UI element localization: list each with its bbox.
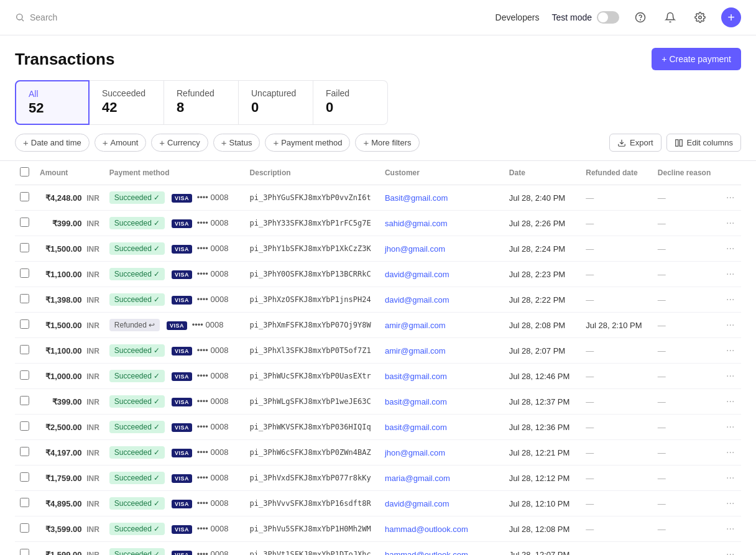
filter-chip-currency[interactable]: + Currency xyxy=(151,134,208,152)
row-customer[interactable]: basit@gmail.com xyxy=(380,364,504,389)
table-row[interactable]: ₹1,100.00 INR Succeeded ✓ VISA •••• 0008… xyxy=(15,262,741,287)
export-button[interactable]: Export xyxy=(609,134,662,152)
row-decline-reason: — xyxy=(653,466,721,491)
table-row[interactable]: ₹1,398.00 INR Succeeded ✓ VISA •••• 0008… xyxy=(15,287,741,313)
table-row[interactable]: ₹4,197.00 INR Succeeded ✓ VISA •••• 0008… xyxy=(15,440,741,466)
table-row[interactable]: ₹399.00 INR Succeeded ✓ VISA •••• 0008 p… xyxy=(15,389,741,415)
select-all-checkbox[interactable] xyxy=(20,167,29,177)
row-date: Jul 28, 2:07 PM xyxy=(504,338,581,364)
row-more-button[interactable]: ··· xyxy=(721,185,741,211)
table-row[interactable]: ₹4,248.00 INR Succeeded ✓ VISA •••• 0008… xyxy=(15,185,741,211)
row-checkbox[interactable] xyxy=(20,549,29,555)
row-more-button[interactable]: ··· xyxy=(721,262,741,287)
row-customer[interactable]: david@gmail.com xyxy=(380,491,504,516)
row-checkbox[interactable] xyxy=(20,370,29,380)
row-more-button[interactable]: ··· xyxy=(721,542,741,556)
filter-chip-status[interactable]: + Status xyxy=(213,134,260,152)
filter-tab-all[interactable]: All52 xyxy=(15,80,90,125)
row-checkbox[interactable] xyxy=(20,421,29,431)
row-more-button[interactable]: ··· xyxy=(721,415,741,440)
row-customer[interactable]: maria@gmail.com xyxy=(380,466,504,491)
add-btn[interactable]: + xyxy=(721,7,741,27)
test-mode-toggle[interactable] xyxy=(597,11,619,24)
row-checkbox[interactable] xyxy=(20,498,29,507)
filter-chip-date-and-time[interactable]: + Date and time xyxy=(15,134,90,152)
plus-icon: + xyxy=(727,11,735,25)
row-date: Jul 28, 12:37 PM xyxy=(504,389,581,415)
row-refunded-date: — xyxy=(581,262,653,287)
developers-link[interactable]: Developers xyxy=(496,12,540,22)
filter-tab-refunded[interactable]: Refunded8 xyxy=(164,80,239,125)
row-more-button[interactable]: ··· xyxy=(721,491,741,516)
svg-point-0 xyxy=(17,14,22,20)
row-customer[interactable]: basit@gmail.com xyxy=(380,415,504,440)
row-more-button[interactable]: ··· xyxy=(721,287,741,313)
row-checkbox[interactable] xyxy=(20,447,29,456)
row-checkbox[interactable] xyxy=(20,218,29,227)
row-checkbox[interactable] xyxy=(20,243,29,252)
row-more-button[interactable]: ··· xyxy=(721,516,741,542)
row-customer[interactable]: amir@gmail.com xyxy=(380,313,504,338)
row-checkbox[interactable] xyxy=(20,523,29,533)
table-row[interactable]: ₹1,599.00 INR Succeeded ✓ VISA •••• 0008… xyxy=(15,542,741,556)
row-more-button[interactable]: ··· xyxy=(721,338,741,364)
table-row[interactable]: ₹3,599.00 INR Succeeded ✓ VISA •••• 0008… xyxy=(15,516,741,542)
row-more-button[interactable]: ··· xyxy=(721,389,741,415)
table-row[interactable]: ₹1,500.00 INR Succeeded ✓ VISA •••• 0008… xyxy=(15,236,741,262)
filter-tab-uncaptured[interactable]: Uncaptured0 xyxy=(239,80,313,125)
col-amount: Amount xyxy=(35,161,104,185)
row-description: pi_3PhXl3SFKJ8mxYbP0T5of7Z1 xyxy=(245,338,380,364)
table-row[interactable]: ₹1,000.00 INR Succeeded ✓ VISA •••• 0008… xyxy=(15,364,741,389)
row-amount: ₹1,500.00 INR xyxy=(35,313,104,338)
row-more-button[interactable]: ··· xyxy=(721,466,741,491)
table-row[interactable]: ₹2,500.00 INR Succeeded ✓ VISA •••• 0008… xyxy=(15,415,741,440)
table-row[interactable]: ₹4,895.00 INR Succeeded ✓ VISA •••• 0008… xyxy=(15,491,741,516)
row-customer[interactable]: sahid@gmai.com xyxy=(380,211,504,236)
row-payment-method: Refunded ↩ VISA •••• 0008 xyxy=(104,313,245,338)
filter-tab-succeeded[interactable]: Succeeded42 xyxy=(90,80,164,125)
table-row[interactable]: ₹399.00 INR Succeeded ✓ VISA •••• 0008 p… xyxy=(15,211,741,236)
row-customer[interactable]: amir@gmail.com xyxy=(380,338,504,364)
row-customer[interactable]: david@gmail.com xyxy=(380,262,504,287)
row-more-button[interactable]: ··· xyxy=(721,364,741,389)
filter-right: Export Edit columns xyxy=(609,134,741,152)
row-payment-method: Succeeded ✓ VISA •••• 0008 xyxy=(104,516,245,542)
row-payment-method: Succeeded ✓ VISA •••• 0008 xyxy=(104,542,245,556)
row-more-button[interactable]: ··· xyxy=(721,313,741,338)
filter-chip-payment-method[interactable]: + Payment method xyxy=(265,134,350,152)
row-checkbox[interactable] xyxy=(20,294,29,303)
row-date: Jul 28, 12:36 PM xyxy=(504,415,581,440)
row-customer[interactable]: david@gmail.com xyxy=(380,287,504,313)
row-customer[interactable]: hammad@outlook.com xyxy=(380,542,504,556)
row-customer[interactable]: Basit@gmail.com xyxy=(380,185,504,211)
help-icon[interactable] xyxy=(632,9,649,26)
filter-chip-more-filters[interactable]: + More filters xyxy=(355,134,419,152)
table-row[interactable]: ₹1,759.00 INR Succeeded ✓ VISA •••• 0008… xyxy=(15,466,741,491)
table-row[interactable]: ₹1,100.00 INR Succeeded ✓ VISA •••• 0008… xyxy=(15,338,741,364)
row-customer[interactable]: basit@gmail.com xyxy=(380,389,504,415)
row-more-button[interactable]: ··· xyxy=(721,440,741,466)
row-customer[interactable]: jhon@gmail.com xyxy=(380,236,504,262)
visa-icon: VISA xyxy=(167,321,187,330)
filter-tab-failed[interactable]: Failed0 xyxy=(313,80,388,125)
row-payment-method: Succeeded ✓ VISA •••• 0008 xyxy=(104,262,245,287)
row-checkbox[interactable] xyxy=(20,345,29,354)
bell-icon[interactable] xyxy=(662,9,679,26)
table-row[interactable]: ₹1,500.00 INR Refunded ↩ VISA •••• 0008 … xyxy=(15,313,741,338)
row-more-button[interactable]: ··· xyxy=(721,236,741,262)
row-customer[interactable]: jhon@gmail.com xyxy=(380,440,504,466)
row-checkbox[interactable] xyxy=(20,192,29,201)
visa-icon: VISA xyxy=(172,474,192,483)
settings-icon[interactable] xyxy=(691,9,709,26)
filter-chip-amount[interactable]: + Amount xyxy=(94,134,147,152)
row-checkbox[interactable] xyxy=(20,319,29,329)
search-area[interactable]: Search xyxy=(15,12,57,22)
row-checkbox[interactable] xyxy=(20,472,29,482)
create-payment-button[interactable]: + Create payment xyxy=(652,48,741,70)
status-badge: Succeeded ✓ xyxy=(109,293,165,306)
row-checkbox[interactable] xyxy=(20,268,29,278)
row-checkbox[interactable] xyxy=(20,396,29,405)
edit-columns-button[interactable]: Edit columns xyxy=(666,134,741,152)
row-more-button[interactable]: ··· xyxy=(721,211,741,236)
row-customer[interactable]: hammad@outlook.com xyxy=(380,516,504,542)
